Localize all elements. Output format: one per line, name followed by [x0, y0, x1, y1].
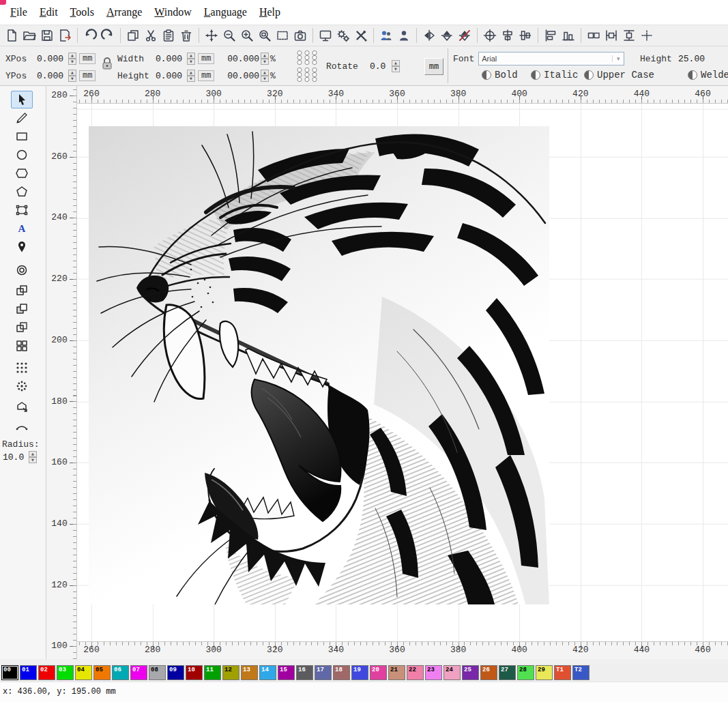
- palette-swatch-21[interactable]: 21: [388, 665, 405, 680]
- ypos-stepper[interactable]: ▲▼: [68, 70, 76, 82]
- palette-swatch-17[interactable]: 17: [315, 665, 332, 680]
- duplicate-array-tool[interactable]: [11, 337, 33, 355]
- menu-item-file[interactable]: File: [4, 3, 33, 21]
- chevron-down-icon[interactable]: ▾: [612, 55, 624, 62]
- menu-item-language[interactable]: Language: [198, 3, 253, 21]
- distribute-horizontal-icon[interactable]: [602, 27, 620, 44]
- palette-swatch-14[interactable]: 14: [259, 665, 276, 680]
- palette-swatch-03[interactable]: 03: [57, 665, 74, 680]
- move-to-origin-icon[interactable]: [481, 27, 499, 44]
- font-dropdown[interactable]: Arial ▾: [478, 52, 624, 65]
- polygon-pentagon-tool[interactable]: [11, 183, 33, 201]
- palette-swatch-29[interactable]: 29: [536, 665, 553, 680]
- array-grid-tool[interactable]: [11, 359, 33, 377]
- width-stepper[interactable]: ▲▼: [187, 53, 195, 65]
- uppercase-toggle[interactable]: Upper Case: [584, 69, 654, 81]
- menu-item-tools[interactable]: Tools: [64, 3, 100, 21]
- palette-swatch-10[interactable]: 10: [186, 665, 203, 680]
- palette-swatch-12[interactable]: 12: [222, 665, 239, 680]
- palette-swatch-09[interactable]: 09: [167, 665, 184, 680]
- palette-swatch-18[interactable]: 18: [333, 665, 350, 680]
- menu-item-help[interactable]: Help: [253, 3, 287, 21]
- palette-swatch-06[interactable]: 06: [112, 665, 129, 680]
- anchor-grid-top[interactable]: [295, 50, 319, 65]
- palette-swatch-T2[interactable]: T2: [572, 665, 589, 680]
- anchor-grid-bottom[interactable]: [295, 67, 319, 83]
- palette-swatch-26[interactable]: 26: [480, 665, 497, 680]
- undo-icon[interactable]: [81, 27, 99, 44]
- palette-swatch-27[interactable]: 27: [499, 665, 516, 680]
- menu-item-window[interactable]: Window: [148, 3, 197, 21]
- palette-swatch-01[interactable]: 01: [20, 665, 37, 680]
- canvas-object-tiger-image[interactable]: [89, 126, 549, 604]
- menu-item-arrange[interactable]: Arrange: [100, 3, 148, 21]
- height-stepper[interactable]: ▲▼: [187, 70, 195, 82]
- palette-swatch-22[interactable]: 22: [407, 665, 424, 680]
- palette-swatch-16[interactable]: 16: [296, 665, 313, 680]
- rotate-stepper[interactable]: ▲▼: [392, 60, 400, 72]
- xpos-stepper[interactable]: ▲▼: [68, 53, 76, 65]
- snap-grid-icon[interactable]: [638, 27, 656, 44]
- align-bottom-icon[interactable]: [559, 27, 577, 44]
- width-value[interactable]: 0.000: [156, 54, 186, 64]
- node-edit-tool[interactable]: [11, 201, 33, 219]
- rotate-value[interactable]: 0.0: [370, 61, 390, 72]
- radius-stepper[interactable]: ▲▼: [29, 451, 37, 463]
- pan-move-icon[interactable]: [203, 27, 220, 44]
- marquee-select-icon[interactable]: [274, 27, 291, 44]
- mirror-off-icon[interactable]: [456, 27, 474, 44]
- palette-swatch-00[interactable]: 00: [1, 665, 18, 680]
- zoom-in-icon[interactable]: [238, 27, 256, 44]
- unit-mm-button[interactable]: mm: [424, 58, 443, 75]
- ellipse-tool[interactable]: [11, 146, 33, 164]
- export-file-icon[interactable]: [56, 27, 74, 44]
- bold-toggle[interactable]: Bold: [482, 69, 518, 81]
- arc-tool[interactable]: [11, 416, 33, 434]
- save-file-icon[interactable]: [38, 27, 56, 44]
- palette-swatch-04[interactable]: 04: [75, 665, 92, 680]
- paste-icon[interactable]: [160, 27, 177, 44]
- width-scale-value[interactable]: 100.000: [228, 54, 259, 64]
- palette-swatch-11[interactable]: 11: [204, 665, 221, 680]
- palette-swatch-05[interactable]: 05: [93, 665, 111, 680]
- rectangle-tool[interactable]: [11, 128, 33, 145]
- width-scale-stepper[interactable]: ▲▼: [261, 53, 269, 65]
- same-size-icon[interactable]: [585, 27, 602, 44]
- mirror-vertical-icon[interactable]: [420, 27, 438, 44]
- pin-marker-tool[interactable]: [11, 238, 33, 256]
- radius-value[interactable]: 10.0: [3, 452, 27, 463]
- convert-shape-tool[interactable]: [11, 398, 33, 415]
- new-file-icon[interactable]: [3, 27, 20, 44]
- palette-swatch-07[interactable]: 07: [130, 665, 147, 680]
- open-file-icon[interactable]: [20, 27, 38, 44]
- duplicate-offset-tool[interactable]: [11, 300, 33, 318]
- duplicate-mirror-tool[interactable]: [11, 319, 33, 336]
- ring-tool[interactable]: [11, 261, 33, 279]
- palette-swatch-25[interactable]: 25: [462, 665, 479, 680]
- polygon-hexagon-tool[interactable]: [11, 164, 33, 182]
- xpos-value[interactable]: 0.000: [37, 54, 67, 64]
- preview-monitor-icon[interactable]: [317, 27, 334, 44]
- select-tool[interactable]: [11, 91, 33, 108]
- copy-object-tool[interactable]: [11, 282, 33, 299]
- text-tool[interactable]: A: [11, 220, 33, 237]
- palette-swatch-28[interactable]: 28: [517, 665, 534, 680]
- palette-swatch-13[interactable]: 13: [241, 665, 258, 680]
- ypos-value[interactable]: 0.000: [37, 71, 67, 81]
- palette-swatch-20[interactable]: 20: [370, 665, 387, 680]
- draw-pen-tool[interactable]: [11, 109, 33, 127]
- palette-swatch-23[interactable]: 23: [425, 665, 442, 680]
- cut-icon[interactable]: [142, 27, 160, 44]
- copy-icon[interactable]: [124, 27, 142, 44]
- lock-aspect-icon[interactable]: [102, 57, 113, 73]
- align-left-icon[interactable]: [542, 27, 559, 44]
- height-scale-stepper[interactable]: ▲▼: [261, 70, 269, 82]
- redo-icon[interactable]: [99, 27, 117, 44]
- anchor-point-selector[interactable]: [295, 50, 319, 83]
- zoom-out-icon[interactable]: [220, 27, 238, 44]
- palette-swatch-08[interactable]: 08: [149, 665, 166, 680]
- machine-settings-icon[interactable]: [334, 27, 352, 44]
- radial-array-tool[interactable]: [11, 377, 33, 395]
- user-icon[interactable]: [395, 27, 413, 44]
- mirror-horizontal-icon[interactable]: [438, 27, 456, 44]
